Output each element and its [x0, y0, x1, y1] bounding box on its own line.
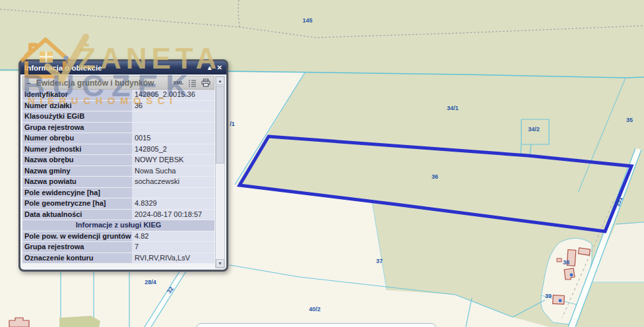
close-button[interactable]: ✕ — [217, 61, 222, 74]
row-label: Grupa rejestrowa — [22, 242, 132, 253]
bottom-panel — [196, 323, 436, 327]
info-row: Numer obrębu0015 — [22, 133, 214, 144]
row-value — [132, 188, 214, 199]
row-label: Data aktualności — [22, 210, 132, 221]
parcel-label: 37 — [376, 258, 383, 264]
parcel-label: 38 — [563, 259, 569, 266]
row-label: Numer jednostki — [22, 144, 132, 156]
info-row: Nazwa gminyNowa Sucha — [22, 166, 214, 177]
info-section-row: Informacje z usługi KIEG — [22, 220, 214, 231]
info-row: Numer jednostki142805_2 — [22, 144, 214, 156]
parcel-label: 36 — [432, 173, 438, 180]
info-row: Numer działki36 — [22, 101, 214, 112]
list-view-button[interactable] — [188, 79, 197, 87]
vertical-scrollbar[interactable]: ▲ ▼ — [215, 76, 225, 268]
row-label: Nazwa obrębu — [22, 155, 132, 166]
row-label: Nazwa powiatu — [22, 177, 132, 188]
row-label: Grupa rejestrowa — [22, 123, 132, 134]
section-header-bar: – Ewidencja gruntów i budynków XML — [22, 76, 214, 90]
row-label: Pole geometryczne [ha] — [22, 198, 132, 210]
building-39-house — [553, 295, 565, 305]
row-label: Numer działki — [22, 101, 132, 112]
building-38-shed — [557, 258, 562, 262]
row-label: Nazwa gminy — [22, 166, 132, 177]
collapse-section-icon[interactable]: – — [26, 78, 31, 88]
row-label: Numer obrębu — [22, 133, 132, 144]
info-row: Nazwa powiatusochaczewski — [22, 177, 214, 188]
row-value: 36 — [132, 101, 214, 112]
window-title: Informacja o obiekcie — [24, 64, 102, 72]
info-section-title: Informacje z usługi KIEG — [22, 220, 214, 231]
parcel-label: 40/2 — [309, 306, 321, 312]
info-row: Grupa rejestrowa — [22, 123, 214, 134]
info-row: Oznaczenie konturuRVI,RV,RIVa,LsV — [22, 253, 214, 264]
printer-icon — [201, 78, 210, 87]
row-value: 2024-08-17 00:18:57 — [132, 210, 214, 221]
object-info-window: Informacja o obiekcie ▲ ✕ – Ewidencja gr… — [18, 59, 228, 272]
info-row: Grupa rejestrowa7 — [22, 242, 214, 253]
scrollbar-thumb[interactable] — [216, 86, 224, 164]
info-row: Pole pow. w ewidencji gruntów (ha)4.82 — [22, 231, 214, 243]
info-rows: Identyfikator142805_2.0015.36Numer dział… — [22, 90, 214, 264]
window-title-bar[interactable]: Informacja o obiekcie ▲ ✕ — [20, 61, 226, 74]
address-point-38 — [570, 274, 573, 277]
info-row: Pole ewidencyjne [ha] — [22, 188, 214, 199]
info-row: Nazwa obrębuNOWY DĘBSK — [22, 155, 214, 166]
row-value: 0015 — [132, 133, 214, 144]
building-38-barn — [578, 248, 590, 255]
row-value: NOWY DĘBSK — [132, 155, 214, 166]
row-label: Pole pow. w ewidencji gruntów (ha) — [22, 231, 132, 243]
info-row: Identyfikator142805_2.0015.36 — [22, 90, 214, 101]
row-label: Identyfikator — [22, 90, 132, 101]
row-value: RVI,RV,RIVa,LsV — [132, 253, 214, 264]
row-label: Oznaczenie konturu — [22, 253, 132, 264]
parcel-label: 39 — [545, 293, 552, 299]
print-button[interactable] — [201, 78, 210, 87]
parcel-label: 145 — [302, 17, 312, 24]
window-body: – Ewidencja gruntów i budynków XML — [20, 74, 226, 270]
row-value: 7 — [132, 242, 214, 253]
row-value: Nowa Sucha — [132, 166, 214, 177]
row-value: sochaczewski — [132, 177, 214, 188]
row-value: 142805_2 — [132, 144, 214, 156]
address-point-39 — [559, 299, 562, 303]
parcel-label: 35 — [626, 117, 633, 123]
minimize-button[interactable]: ▲ — [207, 61, 213, 74]
info-row: Pole geometryczne [ha]4.8329 — [22, 198, 214, 210]
row-value: 4.82 — [132, 231, 214, 243]
row-value — [132, 123, 214, 134]
row-label: Pole ewidencyjne [ha] — [22, 188, 132, 199]
scroll-up-button[interactable]: ▲ — [216, 76, 224, 85]
parcel-label: 28/4 — [145, 279, 156, 285]
parcel-label: 34/2 — [528, 126, 540, 133]
info-row: Data aktualności2024-08-17 00:18:57 — [22, 210, 214, 221]
scroll-down-button[interactable]: ▼ — [216, 259, 224, 268]
section-title: Ewidencja gruntów i budynków — [36, 78, 154, 88]
row-value — [132, 111, 214, 123]
xml-export-button[interactable]: XML — [173, 80, 183, 86]
map-application: 14534/134/235/13637151383928/43240/2 Inf… — [0, 0, 644, 327]
list-icon — [188, 79, 197, 87]
parcel-label: 34/1 — [447, 105, 459, 111]
row-value: 4.8329 — [132, 198, 214, 210]
info-row: Klasoużytki EGiB — [22, 111, 214, 123]
parcel-label: /1 — [230, 121, 235, 127]
row-label: Klasoużytki EGiB — [22, 111, 132, 123]
row-value: 142805_2.0015.36 — [132, 90, 214, 101]
